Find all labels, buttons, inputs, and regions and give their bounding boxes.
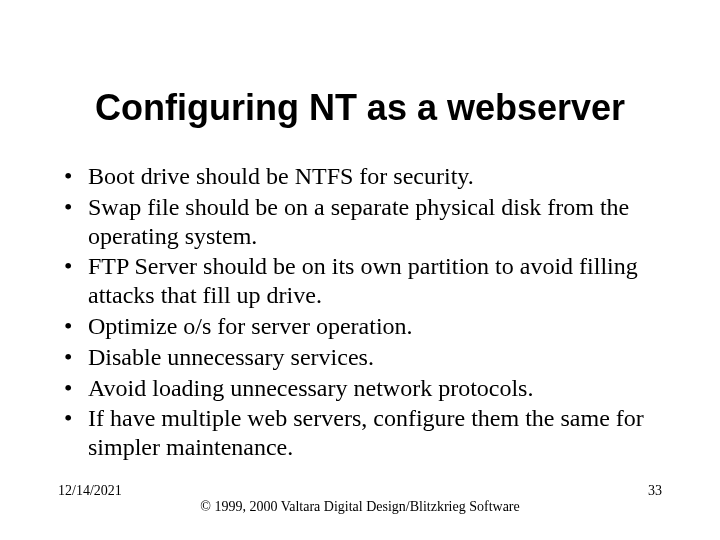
list-item: Swap file should be on a separate physic… xyxy=(58,193,668,251)
list-item: Avoid loading unnecessary network protoc… xyxy=(58,374,668,403)
list-item: Optimize o/s for server operation. xyxy=(58,312,668,341)
list-item: If have multiple web servers, configure … xyxy=(58,404,668,462)
slide-title: Configuring NT as a webserver xyxy=(0,88,720,128)
list-item: FTP Server should be on its own partitio… xyxy=(58,252,668,310)
footer-date: 12/14/2021 xyxy=(58,483,122,500)
slide-footer: 12/14/2021 © 1999, 2000 Valtara Digital … xyxy=(0,478,720,518)
slide: Configuring NT as a webserver Boot drive… xyxy=(0,0,720,540)
list-item: Disable unnecessary services. xyxy=(58,343,668,372)
slide-body: Boot drive should be NTFS for security. … xyxy=(58,162,668,464)
list-item: Boot drive should be NTFS for security. xyxy=(58,162,668,191)
footer-copyright: © 1999, 2000 Valtara Digital Design/Blit… xyxy=(0,499,720,516)
bullet-list: Boot drive should be NTFS for security. … xyxy=(58,162,668,462)
footer-page: 33 xyxy=(648,483,662,500)
